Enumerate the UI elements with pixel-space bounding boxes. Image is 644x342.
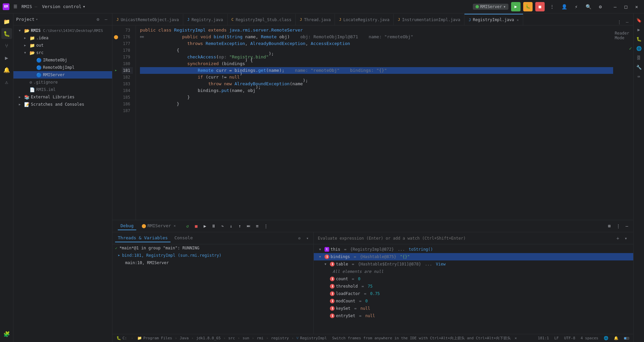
hint-close-btn[interactable]: ✕ — [515, 336, 517, 340]
tree-item-scratches[interactable]: ▶ 📝 Scratches and Consoles — [13, 101, 112, 108]
var-item-threshold[interactable]: ℹ threshold = 75 — [314, 283, 633, 290]
search-button[interactable]: 🔍 — [584, 2, 593, 11]
tab-registryimpl[interactable]: J RegistryImpl.java ✕ — [464, 14, 523, 25]
tab-more-icon[interactable]: ⋮ — [616, 18, 623, 25]
tree-item-idea[interactable]: ▶ 📁 .idea — [13, 34, 112, 42]
eval-add-watch-btn[interactable]: + — [614, 235, 621, 242]
thread-frame-bind[interactable]: ➤ bind:181, RegistryImpl (sun.rmi.regist… — [112, 252, 313, 259]
status-indent[interactable]: 4 spaces — [579, 336, 600, 340]
minimize-button[interactable]: — — [610, 2, 620, 11]
var-item-count[interactable]: ℹ count = 0 — [314, 275, 633, 283]
sidebar-item-git[interactable]: ⑂ — [1, 40, 12, 51]
sidebar-item-debug[interactable]: 🐛 — [1, 28, 12, 39]
var-item-keyset[interactable]: ℹ keySet = null — [314, 305, 633, 312]
tree-item-rmis[interactable]: ▼ 📂 RMIS C:\Users\14341\Desktop\RMIS — [13, 27, 112, 34]
sidebar-item-problems[interactable]: ⚠ — [1, 77, 12, 87]
debug-pause-btn[interactable]: ⏸ — [210, 223, 217, 230]
tree-item-rmiserver[interactable]: 🔵 RMIServer — [13, 71, 112, 79]
debug-tab-debug[interactable]: Debug — [118, 222, 136, 230]
code-content[interactable]: public class RegistryImpl extends java.r… — [136, 26, 617, 220]
project-name[interactable]: RMIS — [21, 4, 32, 9]
tree-item-src[interactable]: ▼ 📂 src — [13, 49, 112, 56]
eval-expand-btn[interactable]: ▾ — [623, 235, 629, 242]
more-actions-button[interactable]: ⋮ — [547, 2, 557, 11]
translate-button[interactable]: ⚡ — [572, 2, 581, 11]
right-sidebar-bookmarks-icon[interactable]: 🔖 — [635, 16, 643, 24]
debug-restart-btn[interactable]: ↺ — [184, 223, 191, 230]
var-item-this[interactable]: ▼ t this = {RegistryImpl@872} ... toStri… — [314, 246, 633, 253]
tab-locateregistry[interactable]: J LocateRegistry.java — [335, 14, 394, 25]
tree-item-rmisiml[interactable]: 📄 RMIS.iml — [13, 86, 112, 93]
var-item-loadfactor[interactable]: ℹ loadFactor = 0.75 — [314, 290, 633, 297]
status-memory[interactable] — [623, 337, 631, 340]
debug-step-into-btn[interactable]: ↓ — [228, 223, 235, 230]
var-tostring-link[interactable]: toString() — [409, 247, 433, 252]
debug-panel-expand-btn[interactable]: ⊞ — [606, 223, 613, 230]
tab-instrumentationimpl[interactable]: J InstrumentationImpl.java — [394, 14, 464, 25]
right-sidebar-terminal-icon[interactable]: ⌨ — [635, 72, 643, 81]
status-notif-icon[interactable]: 🔔 — [612, 336, 620, 340]
var-item-table[interactable]: ▼ ℹ table = {Hashtable$Entry[101]@878} .… — [314, 260, 633, 268]
tab-unicastremoteobject[interactable]: J UnicastRemoteObject.java — [112, 14, 183, 25]
var-item-bindings[interactable]: ▼ ℹ bindings = {Hashtable@875} "{}" — [314, 253, 633, 260]
run-config-selector[interactable]: RMIServer ▾ — [473, 4, 508, 10]
panel-close-icon[interactable]: — — [103, 16, 109, 23]
sidebar-item-notifications[interactable]: 🔔 — [1, 64, 12, 75]
debug-stop-btn[interactable]: ■ — [193, 223, 200, 230]
debug-button[interactable]: 🐛 — [523, 2, 533, 11]
var-item-entryset[interactable]: ℹ entrySet = null — [314, 312, 633, 320]
debug-step-out-btn[interactable]: ↑ — [236, 223, 244, 230]
debug-eval-btn[interactable]: ≡ — [254, 223, 261, 230]
breadcrumb-jdk[interactable]: jdk1.8.0_65 — [195, 336, 222, 340]
sidebar-item-plugins[interactable]: 🧩 — [1, 329, 12, 339]
right-sidebar-run2-icon[interactable]: ▶ — [635, 26, 643, 34]
sidebar-item-project[interactable]: 📁 — [1, 16, 12, 27]
breadcrumb-registryimpl[interactable]: ⑂ RegistryImpl — [295, 336, 328, 340]
breadcrumb-programs[interactable]: 📁 Program Files — [136, 336, 174, 340]
status-lang-icon[interactable]: 🌐 — [602, 336, 610, 340]
tree-item-remoteobjimpl[interactable]: 🔵 RemoteObjImpl — [13, 64, 112, 71]
status-encoding[interactable]: UTF-8 — [563, 336, 577, 340]
eval-input[interactable] — [318, 236, 612, 241]
status-position[interactable]: 181:1 — [537, 336, 550, 340]
debug-panel-more-btn[interactable]: ⋮ — [614, 223, 622, 230]
var-view-link[interactable]: View — [436, 262, 446, 266]
right-sidebar-globe-icon[interactable]: 🌐 — [635, 44, 643, 52]
tab-thread[interactable]: J Thread.java — [296, 14, 335, 25]
right-sidebar-db-icon[interactable]: 🗄 — [635, 54, 643, 62]
settings-button[interactable]: ⚙ — [596, 2, 605, 11]
status-debug-item[interactable]: 🐛 C: — [115, 336, 128, 340]
debug-tab-server[interactable]: ⬤ RMIServer ✕ — [139, 222, 178, 230]
tree-item-iremoteobj[interactable]: 🔵 IRemoteObj — [13, 56, 112, 64]
filter-threads-btn[interactable]: ⊘ — [296, 235, 303, 242]
tree-item-gitignore[interactable]: ⊘ .gitignore — [13, 79, 112, 86]
breadcrumb-java[interactable]: Java — [179, 336, 190, 340]
debug-panel-minimize-btn[interactable]: — — [623, 223, 631, 230]
tree-item-extlibs[interactable]: ▶ 📚 External Libraries — [13, 93, 112, 101]
sidebar-item-run[interactable]: ▶ — [1, 52, 12, 63]
threads-more-btn[interactable]: ▾ — [304, 235, 311, 242]
tab-registryimpl-stub[interactable]: C RegistryImpl_Stub.class — [228, 14, 296, 25]
thread-frame-main[interactable]: main:10, RMIServer — [112, 259, 313, 266]
status-lf[interactable]: LF — [553, 336, 560, 340]
debug-run-to-cursor-btn[interactable]: ⏭ — [245, 223, 252, 230]
debug-tab-close-icon[interactable]: ✕ — [174, 224, 176, 228]
tab-console[interactable]: Console — [172, 234, 196, 242]
stop-button[interactable]: ■ — [535, 2, 545, 11]
right-sidebar-gradle-icon[interactable]: 🔧 — [635, 63, 643, 71]
thread-main[interactable]: ✓ *main*@1 in group "main": RUNNING — [112, 244, 313, 252]
panel-settings-icon[interactable]: ⚙ — [95, 16, 101, 23]
profile-button[interactable]: 👤 — [559, 2, 569, 11]
debug-resume-btn[interactable]: ▶ — [201, 223, 209, 230]
reader-mode-button[interactable]: Reader Mode — [612, 28, 632, 43]
close-button[interactable]: ✕ — [632, 2, 641, 11]
var-item-modcount[interactable]: ℹ modCount = 0 — [314, 297, 633, 305]
breadcrumb-sun[interactable]: sun — [241, 336, 251, 340]
run-button[interactable]: ▶ — [511, 2, 521, 11]
breadcrumb-registry[interactable]: registry — [270, 336, 290, 340]
debug-step-over-btn[interactable]: ↷ — [219, 223, 226, 230]
maximize-button[interactable]: □ — [621, 2, 631, 11]
tab-close-icon[interactable]: ✕ — [517, 18, 519, 22]
tab-registry[interactable]: J Registry.java — [183, 14, 228, 25]
tree-item-out[interactable]: ▶ 📁 out — [13, 42, 112, 49]
